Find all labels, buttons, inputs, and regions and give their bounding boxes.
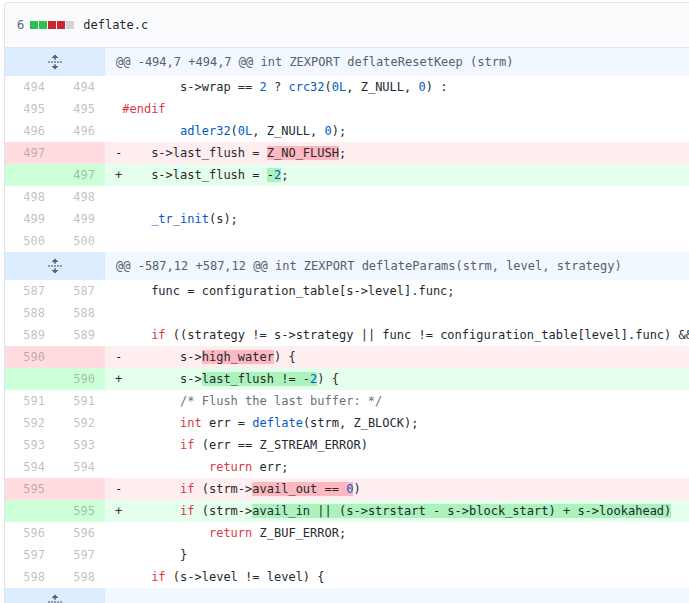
old-line-number[interactable]: 499 xyxy=(5,208,55,230)
old-line-number[interactable]: 495 xyxy=(5,98,55,120)
new-line-number[interactable]: 594 xyxy=(55,456,105,478)
old-line-number[interactable] xyxy=(5,368,55,390)
diff-line-ctx: 598598 if (s->level != level) { xyxy=(5,566,689,588)
old-line-number[interactable]: 596 xyxy=(5,522,55,544)
changed-word: - xyxy=(267,168,274,182)
old-line-number[interactable] xyxy=(5,164,55,186)
new-line-number[interactable]: 590 xyxy=(55,368,105,390)
code-segment: func = configuration_table[s->level].fun… xyxy=(122,284,454,298)
expand-hunk-button[interactable] xyxy=(5,588,105,603)
code-segment xyxy=(122,212,151,226)
unfold-icon xyxy=(47,594,63,603)
code-line-content xyxy=(105,302,689,324)
new-line-number[interactable]: 596 xyxy=(55,522,105,544)
diff-line-ctx: 593593 if (err == Z_STREAM_ERROR) xyxy=(5,434,689,456)
code-line-content: #endif xyxy=(105,98,689,120)
code-segment: if xyxy=(180,482,194,496)
code-segment: (strm-> xyxy=(194,504,252,518)
old-line-number[interactable]: 496 xyxy=(5,120,55,142)
old-line-number[interactable]: 494 xyxy=(5,76,55,98)
old-line-number[interactable]: 497 xyxy=(5,142,55,164)
new-line-number[interactable]: 592 xyxy=(55,412,105,434)
code-segment: if xyxy=(180,438,194,452)
code-segment: deflate xyxy=(252,416,303,430)
diff-line-add: 590+ s->last_flush != -2) { xyxy=(5,368,689,390)
code-segment: ? xyxy=(267,80,289,94)
new-line-number[interactable]: 497 xyxy=(55,164,105,186)
code-segment: s->last_flush = xyxy=(122,146,267,160)
old-line-number[interactable]: 594 xyxy=(5,456,55,478)
new-line-number[interactable]: 597 xyxy=(55,544,105,566)
code-segment: ((strategy != s->strategy || func != con… xyxy=(166,328,689,342)
changed-word: Z_NO_FLUSH xyxy=(267,146,339,160)
code-segment: ( xyxy=(231,124,238,138)
diff-line-ctx: 596596 return Z_BUF_ERROR; xyxy=(5,522,689,544)
new-line-number[interactable]: 589 xyxy=(55,324,105,346)
old-line-number[interactable]: 598 xyxy=(5,566,55,588)
old-line-number[interactable]: 591 xyxy=(5,390,55,412)
new-line-number[interactable]: 588 xyxy=(55,302,105,324)
new-line-number[interactable]: 499 xyxy=(55,208,105,230)
code-segment: return xyxy=(209,460,252,474)
hunk-header-text xyxy=(105,588,689,603)
new-line-number[interactable]: 496 xyxy=(55,120,105,142)
diff-marker xyxy=(115,306,122,320)
diff-line-del: 590- s->high_water) { xyxy=(5,346,689,368)
old-line-number[interactable]: 588 xyxy=(5,302,55,324)
code-segment: int xyxy=(180,416,202,430)
old-line-number[interactable]: 592 xyxy=(5,412,55,434)
diff-line-ctx: 591591 /* Flush the last buffer: */ xyxy=(5,390,689,412)
code-line-content: func = configuration_table[s->level].fun… xyxy=(105,280,689,302)
new-line-number[interactable] xyxy=(55,346,105,368)
diffstat-block-addition xyxy=(30,21,38,29)
expand-hunk-button[interactable] xyxy=(5,252,105,280)
diff-line-ctx: 587587 func = configuration_table[s->lev… xyxy=(5,280,689,302)
new-line-number[interactable] xyxy=(55,142,105,164)
old-line-number[interactable]: 595 xyxy=(5,478,55,500)
old-line-number[interactable]: 590 xyxy=(5,346,55,368)
expand-hunk-button[interactable] xyxy=(5,48,105,76)
new-line-number[interactable]: 587 xyxy=(55,280,105,302)
code-line-content: if (err == Z_STREAM_ERROR) xyxy=(105,434,689,456)
code-segment xyxy=(122,394,180,408)
file-name[interactable]: deflate.c xyxy=(83,18,148,32)
code-line-content: } xyxy=(105,544,689,566)
code-line-content: return err; xyxy=(105,456,689,478)
code-segment: _tr_init xyxy=(151,212,209,226)
code-segment xyxy=(122,328,151,342)
old-line-number[interactable]: 587 xyxy=(5,280,55,302)
new-line-number[interactable]: 595 xyxy=(55,500,105,522)
code-line-content: if ((strategy != s->strategy || func != … xyxy=(105,324,689,346)
new-line-number[interactable]: 495 xyxy=(55,98,105,120)
diffstat-count: 6 xyxy=(17,18,24,32)
code-line-content: int err = deflate(strm, Z_BLOCK); xyxy=(105,412,689,434)
old-line-number[interactable] xyxy=(5,500,55,522)
new-line-number[interactable]: 494 xyxy=(55,76,105,98)
new-line-number[interactable]: 593 xyxy=(55,434,105,456)
code-segment: s-> xyxy=(122,372,201,386)
diffstat-block-deletion xyxy=(48,21,56,29)
code-line-content: return Z_BUF_ERROR; xyxy=(105,522,689,544)
changed-word: high_water xyxy=(202,350,274,364)
old-line-number[interactable]: 597 xyxy=(5,544,55,566)
new-line-number[interactable]: 598 xyxy=(55,566,105,588)
new-line-number[interactable]: 591 xyxy=(55,390,105,412)
code-segment: ( xyxy=(325,80,332,94)
code-segment: s-> xyxy=(122,350,201,364)
new-line-number[interactable] xyxy=(55,478,105,500)
old-line-number[interactable]: 498 xyxy=(5,186,55,208)
code-line-content: s->wrap == 2 ? crc32(0L, Z_NULL, 0) : xyxy=(105,76,689,98)
code-segment: (strm-> xyxy=(194,482,252,496)
code-line-content xyxy=(105,186,689,208)
new-line-number[interactable]: 500 xyxy=(55,230,105,252)
old-line-number[interactable]: 589 xyxy=(5,324,55,346)
diff-line-del: 595- if (strm->avail_out == 0) xyxy=(5,478,689,500)
code-segment: if xyxy=(151,328,165,342)
code-segment xyxy=(122,124,180,138)
new-line-number[interactable]: 498 xyxy=(55,186,105,208)
diffstat-block-neutral xyxy=(66,21,74,29)
old-line-number[interactable]: 593 xyxy=(5,434,55,456)
hunk-header-text: @@ -587,12 +587,12 @@ int ZEXPORT deflat… xyxy=(105,252,689,280)
diff-line-ctx: 499499 _tr_init(s); xyxy=(5,208,689,230)
old-line-number[interactable]: 500 xyxy=(5,230,55,252)
